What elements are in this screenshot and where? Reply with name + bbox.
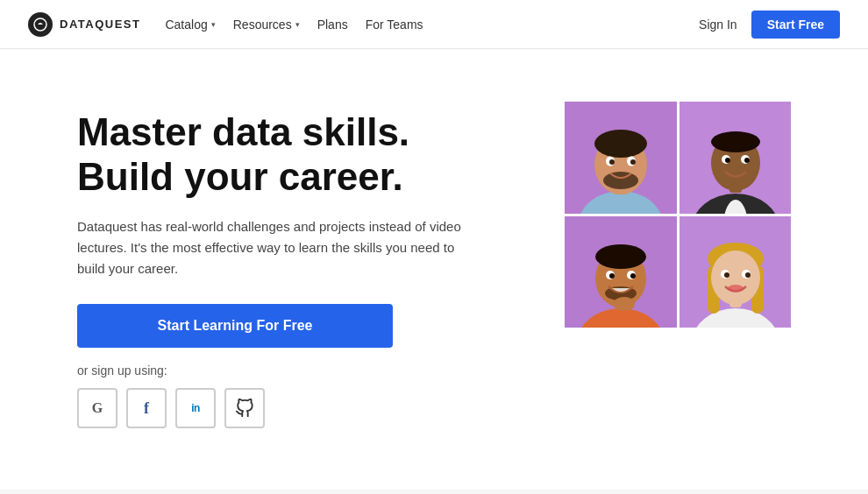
people-grid: [565, 102, 791, 328]
facebook-signup-button[interactable]: f: [126, 388, 167, 428]
catalog-caret-icon: ▾: [211, 20, 216, 29]
navbar: DATAQUEST Catalog ▾ Resources ▾ Plans Fo…: [0, 0, 868, 49]
resources-caret-icon: ▾: [295, 20, 300, 29]
hero-left: Master data skills. Build your career. D…: [77, 102, 472, 428]
or-signup-label: or sign up using:: [77, 363, 472, 378]
svg-point-41: [724, 272, 729, 278]
svg-point-30: [630, 273, 636, 279]
hero-image-grid: [565, 102, 791, 328]
bottom-section: Become a data expert faster with Dataque…: [0, 490, 868, 494]
social-buttons: G f in: [77, 388, 472, 428]
linkedin-signup-button[interactable]: in: [175, 388, 216, 428]
start-learning-button[interactable]: Start Learning For Free: [77, 304, 393, 348]
svg-point-42: [745, 272, 751, 278]
nav-for-teams[interactable]: For Teams: [366, 18, 423, 32]
sign-in-button[interactable]: Sign In: [699, 18, 737, 32]
nav-left: DATAQUEST Catalog ▾ Resources ▾ Plans Fo…: [28, 12, 423, 37]
hero-description: Dataquest has real-world challenges and …: [77, 216, 472, 279]
hero-section: Master data skills. Build your career. D…: [0, 49, 868, 481]
start-free-button[interactable]: Start Free: [751, 11, 840, 39]
nav-resources[interactable]: Resources ▾: [233, 18, 300, 32]
svg-point-20: [744, 158, 750, 163]
person-1: [565, 102, 677, 214]
svg-point-19: [725, 158, 730, 163]
nav-plans[interactable]: Plans: [317, 18, 348, 32]
svg-point-10: [630, 159, 636, 165]
person-2: [679, 102, 792, 214]
logo[interactable]: DATAQUEST: [28, 12, 140, 37]
logo-icon: [28, 12, 53, 37]
nav-links: Catalog ▾ Resources ▾ Plans For Teams: [165, 18, 423, 32]
svg-point-29: [609, 273, 615, 279]
svg-point-31: [614, 297, 635, 311]
svg-point-38: [711, 251, 760, 305]
logo-text: DATAQUEST: [60, 18, 140, 31]
person-4: [679, 216, 792, 328]
nav-right: Sign In Start Free: [699, 11, 840, 39]
svg-point-43: [728, 285, 743, 292]
person-3: [565, 216, 677, 328]
svg-point-9: [609, 159, 615, 165]
nav-catalog[interactable]: Catalog ▾: [165, 18, 215, 32]
svg-point-25: [595, 244, 646, 269]
hero-heading: Master data skills. Build your career.: [77, 110, 472, 199]
github-signup-button[interactable]: [224, 388, 265, 428]
svg-point-6: [603, 172, 638, 189]
google-signup-button[interactable]: G: [77, 388, 117, 428]
svg-point-5: [594, 130, 647, 158]
svg-point-16: [711, 131, 760, 152]
